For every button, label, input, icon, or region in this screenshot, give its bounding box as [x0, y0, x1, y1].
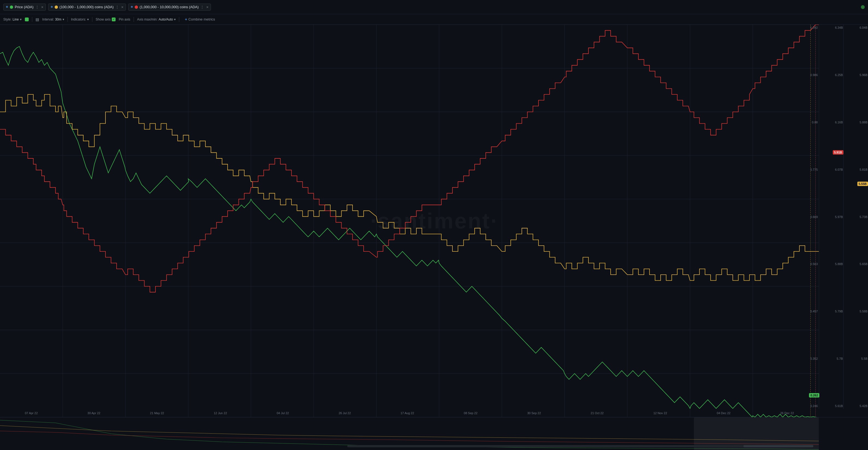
pin-axis-label: Pin axis	[119, 18, 130, 21]
main-chart-svg	[0, 25, 819, 417]
axis-maxmin-value: Auto/Auto	[159, 18, 173, 21]
metric-close-icon-2[interactable]: ×	[121, 5, 123, 9]
y-mid-1: 6.34B	[819, 26, 843, 29]
y-right-7: 5.58B	[844, 310, 867, 313]
chart-type-icon[interactable]: ▤	[35, 17, 39, 22]
x-label-11: 12 Nov 22	[653, 412, 667, 415]
interval-value: 30m	[55, 18, 61, 21]
y-mid-7: 5.79B	[819, 310, 843, 313]
x-label-3: 21 May 22	[150, 412, 164, 415]
y-price-1: 1.092	[810, 26, 818, 29]
scrollbar-container[interactable]	[347, 445, 813, 447]
y-price-6: 0.563	[810, 262, 818, 265]
indicators-chevron: ▾	[87, 18, 89, 21]
x-label-13: 26 Dec 22	[780, 412, 794, 415]
y-price-8: 0.352	[810, 357, 818, 360]
metric-label-1m-10m: (1,000,000 - 10,000,000) coins (ADA)	[140, 5, 198, 9]
show-axis-checkbox[interactable]: ✓	[112, 18, 116, 21]
top-right-indicator	[861, 5, 865, 9]
y-right-3: 5.88B	[844, 121, 867, 124]
interval-label: Interval:	[42, 18, 54, 21]
metric-dots-icon-2[interactable]: ⋮	[115, 5, 119, 9]
y-right-2: 5.96B	[844, 73, 867, 77]
metric-tag-price-ada: ❄ Price (ADA) ⋮ ×	[3, 4, 46, 11]
y-right-1: 6.04B	[844, 26, 867, 29]
separator-4	[133, 17, 134, 22]
style-label: Style:	[3, 18, 11, 21]
y-price-2: 0.986	[810, 73, 818, 77]
color-swatch[interactable]	[25, 18, 29, 21]
separator-2	[67, 17, 68, 22]
metric-close-icon-3[interactable]: ×	[206, 5, 209, 9]
y-mid-2: 6.25B	[819, 73, 843, 77]
chart-area[interactable]	[0, 25, 819, 417]
indicators-label: Indicators:	[71, 18, 86, 21]
color-dot-red	[135, 5, 138, 9]
separator-5	[179, 17, 179, 22]
x-label-4: 12 Jun 22	[214, 412, 227, 415]
mini-chart[interactable]	[0, 417, 868, 450]
axis-maxmin-selector[interactable]: Axis max/min: Auto/Auto ▾	[137, 18, 176, 21]
metric-dots-icon-1[interactable]: ⋮	[35, 5, 39, 9]
separator-3	[92, 17, 92, 22]
indicators-selector[interactable]: Indicators: ▾	[71, 18, 89, 21]
x-label-12: 04 Dec 22	[717, 412, 731, 415]
interval-selector[interactable]: Interval: 30m ▾	[42, 18, 64, 21]
color-dot-yellow	[55, 5, 58, 9]
x-label-8: 08 Sep 22	[464, 412, 477, 415]
x-label-2: 30 Apr 22	[87, 412, 100, 415]
x-label-10: 21 Oct 22	[591, 412, 604, 415]
chart-type-symbol: ▤	[35, 17, 39, 22]
mid-current-badge: 5.91B	[833, 150, 843, 154]
chart-container: ·santiment·	[0, 25, 868, 417]
axis-maxmin-chevron: ▾	[174, 18, 176, 21]
metric-tag-1m-10m: ❄ (1,000,000 - 10,000,000) coins (ADA) ⋮…	[128, 4, 211, 11]
axes-panel: 6.34B 6.25B 6.16B 6.07B 5.97B 5.88B 5.79…	[819, 25, 868, 409]
pin-axis-toggle[interactable]: Pin axis	[119, 18, 130, 21]
show-axis-toggle[interactable]: Show axis ✓	[96, 18, 116, 21]
right-current-badge: 5.55B	[857, 181, 868, 186]
snowflake-icon-3: ❄	[131, 5, 133, 9]
price-current-badge: 0.262	[809, 393, 819, 397]
y-mid-8: 5.7B	[819, 357, 843, 360]
style-selector[interactable]: Style: Line ▾	[3, 18, 22, 21]
scrollbar-thumb[interactable]	[743, 445, 813, 447]
x-label-5: 04 Jul 22	[277, 412, 289, 415]
y-price-5: 0.669	[810, 215, 818, 219]
y-mid-5: 5.97B	[819, 215, 843, 219]
y-price-9: 0.246	[810, 404, 818, 407]
y-price-7: 0.457	[810, 310, 818, 313]
metric-dots-icon-3[interactable]: ⋮	[200, 5, 204, 9]
y-price-4: 0.775	[810, 168, 818, 171]
combine-plus-icon: +	[185, 17, 187, 22]
x-label-9: 30 Sep 22	[527, 412, 541, 415]
x-axis: 07 Apr 22 30 Apr 22 21 May 22 12 Jun 22 …	[0, 409, 819, 417]
style-chevron: ▾	[20, 18, 22, 21]
metric-tag-100k-1m: ❄ (100,000 - 1,000,000) coins (ADA) ⋮ ×	[48, 4, 126, 11]
x-label-7: 17 Aug 22	[401, 412, 414, 415]
combine-metrics-button[interactable]: + Combine metrics	[185, 17, 215, 22]
y-axis-right: 6.04B 5.96B 5.88B 5.81B 5.73B 5.65B 5.58…	[844, 25, 868, 409]
y-axis-price: 1.092 0.986 0.88 0.775 0.669 0.563 0.457…	[800, 25, 819, 409]
y-mid-6: 5.88B	[819, 262, 843, 265]
axis-maxmin-label: Axis max/min:	[137, 18, 158, 21]
y-price-3: 0.88	[812, 121, 818, 124]
interval-chevron: ▾	[63, 18, 64, 21]
header: ❄ Price (ADA) ⋮ × ❄ (100,000 - 1,000,000…	[0, 0, 868, 14]
y-mid-3: 6.16B	[819, 121, 843, 124]
snowflake-icon-2: ❄	[51, 5, 53, 9]
metric-close-icon-1[interactable]: ×	[41, 5, 43, 9]
snowflake-icon-1: ❄	[6, 5, 8, 9]
y-mid-4: 6.07B	[819, 168, 843, 171]
separator-1	[32, 17, 32, 22]
metric-label-price-ada: Price (ADA)	[15, 5, 34, 9]
metric-label-100k-1m: (100,000 - 1,000,000) coins (ADA)	[60, 5, 114, 9]
x-label-6: 26 Jul 22	[339, 412, 351, 415]
combine-metrics-label: Combine metrics	[188, 17, 215, 21]
y-axis-mid: 6.34B 6.25B 6.16B 6.07B 5.97B 5.88B 5.79…	[819, 25, 844, 409]
y-right-6: 5.65B	[844, 262, 867, 265]
y-right-4: 5.81B	[844, 168, 867, 171]
x-label-1: 07 Apr 22	[25, 412, 38, 415]
y-mid-9: 5.61B	[819, 404, 843, 407]
show-axis-label: Show axis	[96, 18, 111, 21]
